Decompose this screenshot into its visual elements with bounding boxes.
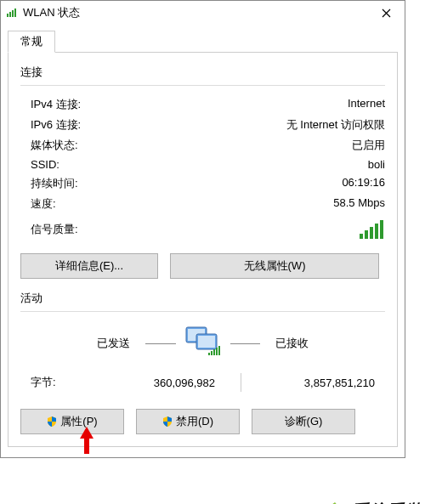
tab-strip: 常规 (8, 30, 398, 53)
svg-rect-2 (12, 10, 14, 17)
ssid-value: boli (368, 158, 385, 171)
tab-general[interactable]: 常规 (8, 31, 55, 53)
ssid-label: SSID: (31, 158, 60, 171)
svg-rect-3 (14, 8, 16, 17)
general-panel: 连接 IPv4 连接:Internet IPv6 连接:无 Internet 访… (8, 53, 398, 447)
media-state-value: 已启用 (352, 138, 385, 153)
activity-section-title: 活动 (20, 291, 385, 306)
activity-section: 活动 已发送 (20, 291, 385, 394)
disable-button-label: 禁用(D) (176, 414, 213, 429)
received-label: 已接收 (267, 336, 385, 351)
separator (20, 85, 385, 86)
svg-rect-7 (198, 336, 215, 348)
disable-button[interactable]: 禁用(D) (136, 409, 240, 434)
svg-rect-8 (208, 353, 210, 355)
dash-icon (145, 343, 175, 344)
svg-rect-10 (213, 349, 215, 355)
wireless-properties-button[interactable]: 无线属性(W) (170, 253, 379, 279)
bytes-label: 字节: (31, 375, 90, 390)
dash-icon (230, 343, 260, 344)
signal-bars-icon (360, 220, 385, 239)
close-button[interactable] (367, 1, 405, 25)
properties-button[interactable]: 属性(P) (20, 409, 124, 434)
computers-icon (183, 326, 224, 361)
shield-icon (47, 416, 57, 427)
ipv4-value: Internet (348, 97, 385, 112)
svg-rect-9 (211, 351, 212, 355)
shield-icon (162, 416, 173, 427)
duration-label: 持续时间: (31, 176, 78, 191)
svg-rect-11 (216, 348, 218, 355)
speed-label: 速度: (31, 196, 56, 212)
ipv6-label: IPv6 连接: (31, 117, 81, 133)
connection-section-title: 连接 (20, 65, 385, 80)
svg-rect-12 (218, 346, 220, 355)
duration-value: 06:19:16 (342, 176, 385, 191)
details-button[interactable]: 详细信息(E)... (20, 253, 158, 279)
media-state-label: 媒体状态: (31, 138, 78, 153)
svg-rect-0 (7, 14, 8, 17)
properties-button-label: 属性(P) (60, 414, 97, 429)
diagnose-button[interactable]: 诊断(G) (252, 409, 355, 434)
ipv4-label: IPv4 连接: (31, 97, 81, 112)
wifi-icon (6, 6, 18, 20)
watermark-brand: 系统重装网 (351, 500, 425, 504)
watermark: 系统重装网 www.xtczw.com (324, 500, 425, 504)
window-title: WLAN 状态 (23, 5, 80, 20)
speed-value: 58.5 Mbps (333, 196, 385, 212)
svg-rect-1 (9, 12, 11, 17)
leaf-icon (324, 501, 346, 505)
ipv6-value: 无 Internet 访问权限 (286, 117, 385, 133)
bytes-received-value: 3,857,851,210 (250, 377, 385, 389)
vertical-separator (241, 373, 241, 392)
bytes-sent-value: 360,096,982 (90, 377, 232, 389)
signal-quality-label: 信号质量: (31, 222, 78, 237)
titlebar: WLAN 状态 (1, 1, 405, 25)
sent-label: 已发送 (20, 336, 139, 351)
separator (20, 311, 385, 312)
wlan-status-window: WLAN 状态 常规 连接 IPv4 连接:Internet IPv6 连接:无… (0, 0, 405, 458)
